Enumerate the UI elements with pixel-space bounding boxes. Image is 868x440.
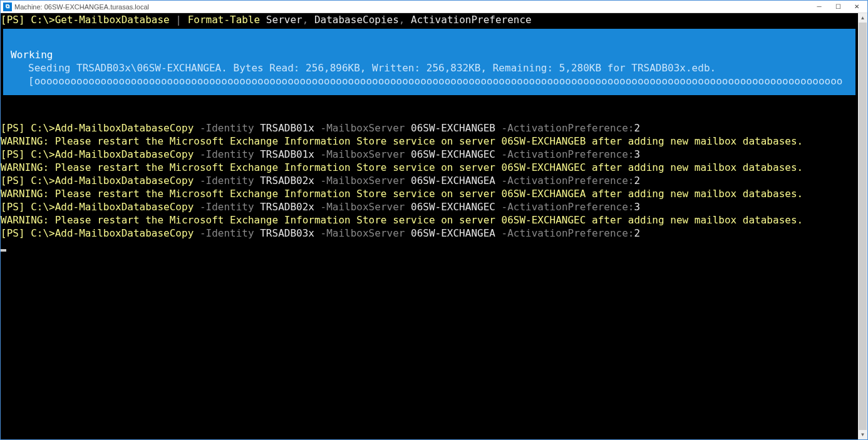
cmd-arg: DatabaseCopies bbox=[308, 14, 399, 26]
param: -Identity bbox=[194, 122, 254, 134]
cmdlet: Format-Table bbox=[188, 14, 261, 26]
minimize-button[interactable]: ─ bbox=[810, 1, 829, 13]
scroll-track[interactable] bbox=[858, 23, 867, 430]
param: -Identity bbox=[194, 201, 254, 213]
scroll-up-arrow[interactable]: ▲ bbox=[858, 13, 867, 23]
param: -MailboxServer bbox=[314, 175, 405, 187]
param: -MailboxServer bbox=[314, 122, 405, 134]
param-value: TRSADB02x bbox=[254, 201, 314, 213]
cmdlet: Get-MailboxDatabase bbox=[55, 14, 170, 26]
maximize-button[interactable]: ☐ bbox=[829, 1, 847, 13]
cmd-arg: Server bbox=[260, 14, 302, 26]
vertical-scrollbar[interactable]: ▲ ▼ bbox=[858, 13, 867, 439]
param: -ActivationPreference: bbox=[495, 175, 634, 187]
comma: , bbox=[302, 14, 309, 26]
window-title: Machine: 06SW-EXCHANGEA.turasas.local bbox=[14, 3, 810, 11]
window-titlebar: ⧉ Machine: 06SW-EXCHANGEA.turasas.local … bbox=[1, 1, 867, 13]
pipe: | bbox=[170, 14, 188, 26]
progress-panel: WorkingSeeding TRSADB03x\06SW-EXCHANGEA.… bbox=[3, 29, 855, 95]
ps-prompt: [PS] C:\> bbox=[1, 122, 55, 134]
param-value: TRSADB01x bbox=[254, 148, 314, 160]
param-value: 06SW-EXCHANGEA bbox=[405, 227, 495, 239]
param: -ActivationPreference: bbox=[495, 122, 634, 134]
cmd-arg: ActivationPreference bbox=[405, 14, 531, 26]
progress-title: Working bbox=[11, 48, 848, 61]
powershell-console[interactable]: [PS] C:\>Get-MailboxDatabase | Format-Ta… bbox=[1, 13, 858, 439]
param-value: TRSADB02x bbox=[254, 175, 314, 187]
scroll-thumb[interactable] bbox=[859, 23, 867, 430]
close-button[interactable]: ✕ bbox=[847, 1, 866, 13]
param-value: 3 bbox=[634, 148, 640, 160]
param: -ActivationPreference: bbox=[495, 201, 634, 213]
param-value: 2 bbox=[634, 122, 640, 134]
param-value: 2 bbox=[634, 175, 640, 187]
param: -ActivationPreference: bbox=[495, 148, 634, 160]
param-value: 2 bbox=[634, 227, 640, 239]
param-value: 06SW-EXCHANGEC bbox=[405, 201, 495, 213]
cmdlet: Add-MailboxDatabaseCopy bbox=[55, 148, 194, 160]
warning-line: WARNING: Please restart the Microsoft Ex… bbox=[1, 214, 803, 226]
comma: , bbox=[399, 14, 405, 26]
ps-prompt: [PS] C:\> bbox=[1, 14, 55, 26]
cmdlet: Add-MailboxDatabaseCopy bbox=[55, 201, 194, 213]
param: -ActivationPreference: bbox=[495, 227, 634, 239]
param: -MailboxServer bbox=[314, 227, 405, 239]
param-value: TRSADB01x bbox=[254, 122, 314, 134]
progress-bar: [ooooooooooooooooooooooooooooooooooooooo… bbox=[11, 74, 848, 88]
scroll-down-arrow[interactable]: ▼ bbox=[858, 430, 867, 439]
command-output: [PS] C:\>Add-MailboxDatabaseCopy -Identi… bbox=[1, 121, 858, 240]
ps-prompt: [PS] C:\> bbox=[1, 175, 55, 187]
param: -Identity bbox=[194, 175, 254, 187]
warning-line: WARNING: Please restart the Microsoft Ex… bbox=[1, 161, 803, 173]
ps-prompt: [PS] C:\> bbox=[1, 227, 55, 239]
param: -Identity bbox=[194, 148, 254, 160]
cmdlet: Add-MailboxDatabaseCopy bbox=[55, 175, 194, 187]
param-value: 3 bbox=[634, 201, 640, 213]
param: -MailboxServer bbox=[314, 148, 405, 160]
window-controls: ─ ☐ ✕ bbox=[810, 1, 866, 13]
console-container: [PS] C:\>Get-MailboxDatabase | Format-Ta… bbox=[1, 13, 867, 439]
progress-status: Seeding TRSADB03x\06SW-EXCHANGEA. Bytes … bbox=[11, 61, 848, 74]
param-value: TRSADB03x bbox=[254, 227, 314, 239]
param-value: 06SW-EXCHANGEB bbox=[405, 122, 495, 134]
app-icon: ⧉ bbox=[3, 3, 12, 11]
ps-prompt: [PS] C:\> bbox=[1, 148, 55, 160]
warning-line: WARNING: Please restart the Microsoft Ex… bbox=[1, 135, 803, 147]
ps-prompt: [PS] C:\> bbox=[1, 201, 55, 213]
param: -MailboxServer bbox=[314, 201, 405, 213]
cursor bbox=[1, 249, 6, 252]
param-value: 06SW-EXCHANGEA bbox=[405, 175, 495, 187]
warning-line: WARNING: Please restart the Microsoft Ex… bbox=[1, 188, 803, 200]
param: -Identity bbox=[194, 227, 254, 239]
cmdlet: Add-MailboxDatabaseCopy bbox=[55, 122, 194, 134]
cmdlet: Add-MailboxDatabaseCopy bbox=[55, 227, 194, 239]
param-value: 06SW-EXCHANGEC bbox=[405, 148, 495, 160]
